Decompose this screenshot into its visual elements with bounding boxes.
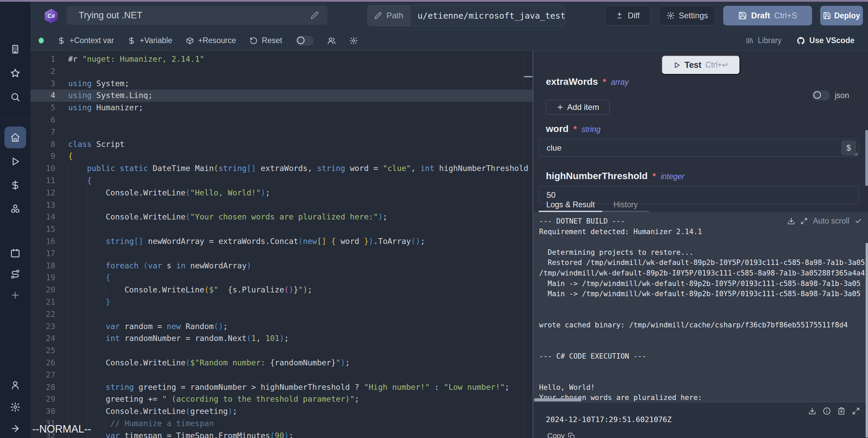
code-line[interactable]: 23 var random = new Random(); — [31, 321, 533, 333]
use-vscode-button[interactable]: Use VScode — [796, 36, 854, 45]
diff-mode-toggle[interactable] — [296, 36, 314, 46]
code-line[interactable]: 3using System; — [31, 78, 533, 90]
reset-button[interactable]: Reset — [250, 36, 282, 45]
expand-arrow-right-icon[interactable] — [10, 423, 20, 434]
gear-icon — [667, 12, 675, 20]
add-resource-button[interactable]: +Resource — [186, 36, 236, 45]
line-number: 6 — [31, 114, 55, 126]
json-toggle-track[interactable] — [812, 90, 830, 100]
download-icon[interactable] — [787, 217, 795, 225]
download-icon[interactable] — [808, 407, 816, 415]
code-line[interactable]: 5using Humanizer; — [31, 102, 533, 114]
search-icon[interactable] — [10, 92, 20, 102]
word-input[interactable]: clue $ — [539, 139, 859, 157]
logs-output[interactable]: --- DOTNET BUILD ---Requirement detected… — [533, 212, 868, 402]
code-token: ( — [298, 237, 303, 246]
favorites-star-icon[interactable] — [10, 68, 20, 78]
textarea-resize-notch[interactable] — [854, 152, 857, 155]
plus-icon — [556, 103, 564, 111]
tab-history[interactable]: History — [602, 200, 649, 211]
line-number: 10 — [31, 163, 55, 175]
edit-pencil-icon[interactable] — [311, 11, 319, 19]
line-number: 29 — [31, 393, 55, 405]
library-button[interactable]: Library — [746, 36, 782, 45]
info-icon[interactable] — [823, 407, 831, 415]
code-line[interactable]: 2 — [31, 65, 533, 78]
code-line[interactable]: 30 Console.WriteLine(greeting); — [31, 405, 533, 418]
path-chip[interactable]: Path u/etienne/microsoft_java_test — [367, 5, 565, 26]
workspace-building-icon[interactable] — [10, 44, 20, 54]
code-line[interactable]: 16 string[] newWordArray = extraWords.Co… — [31, 235, 533, 248]
code-line[interactable]: 18 foreach (var s in newWordArray) — [31, 260, 533, 272]
json-toggle[interactable]: json — [812, 90, 849, 100]
code-line[interactable]: 27 — [31, 369, 533, 381]
code-line[interactable]: 15 — [31, 223, 533, 235]
code-token: ( — [185, 212, 190, 221]
code-line[interactable]: 8class Script — [31, 138, 533, 151]
code-line[interactable]: 22 — [31, 308, 533, 321]
code-token — [139, 261, 143, 270]
editor-settings-gear-icon[interactable] — [350, 37, 358, 45]
code-editor[interactable]: 1#r "nuget: Humanizer, 2.14.1"23using Sy… — [31, 51, 533, 438]
expand-icon[interactable] — [801, 217, 808, 225]
multiplayer-users-icon[interactable] — [327, 36, 336, 45]
sidebar-item-home[interactable] — [4, 127, 26, 148]
draft-shortcut: Ctrl+S — [774, 11, 797, 20]
code-line[interactable]: 6 — [31, 114, 533, 126]
code-line[interactable]: 11 { — [31, 175, 533, 187]
runs-play-icon[interactable] — [10, 156, 20, 167]
code-token: ) — [340, 358, 345, 367]
code-line[interactable]: 7 — [31, 126, 533, 138]
schedules-calendar-icon[interactable] — [10, 248, 20, 258]
code-line[interactable]: 24 int randomNumber = random.Next(1, 101… — [31, 332, 533, 345]
code-line[interactable]: 1#r "nuget: Humanizer, 2.14.1" — [31, 53, 533, 65]
form-scrollbar-thumb[interactable] — [865, 130, 868, 186]
panel-resize-handle[interactable] — [524, 76, 533, 77]
check-icon[interactable] — [855, 217, 862, 225]
expand-icon[interactable] — [852, 407, 860, 415]
code-line[interactable]: 4using System.Linq; — [31, 90, 533, 102]
code-line[interactable]: 9{ — [31, 150, 533, 163]
add-item-button[interactable]: Add item — [546, 100, 610, 115]
deploy-button[interactable]: Deploy — [820, 6, 863, 25]
code-token: Console.WriteLine — [68, 358, 185, 367]
add-plus-icon[interactable] — [10, 290, 20, 300]
copy-icon — [568, 433, 575, 438]
routes-flow-icon[interactable] — [10, 269, 20, 279]
code-line[interactable]: 26 Console.WriteLine($"Random number: {r… — [31, 357, 533, 369]
code-line[interactable]: 17 — [31, 248, 533, 260]
user-account-icon[interactable] — [10, 380, 20, 390]
add-variable-button[interactable]: +Variable — [127, 36, 172, 45]
code-line[interactable]: 21 } — [31, 296, 533, 308]
settings-gear-icon[interactable] — [10, 402, 20, 412]
copy-result-button[interactable]: Copy — [547, 432, 575, 438]
code-line[interactable]: 32 var timespan = TimeSpan.FromMinutes(9… — [31, 430, 533, 438]
code-line[interactable]: 25 — [31, 345, 533, 357]
tab-logs-result[interactable]: Logs & Result — [539, 200, 602, 211]
logs-scrollbar-thumb[interactable] — [866, 243, 868, 438]
script-title-input[interactable]: Trying out .NET — [66, 6, 328, 25]
code-line[interactable]: 13 — [31, 199, 533, 211]
add-context-var-button[interactable]: +Context var — [57, 36, 114, 45]
draft-button[interactable]: Draft Ctrl+S — [723, 6, 812, 25]
code-token: using — [68, 79, 92, 88]
code-line[interactable]: 10 public static DateTime Main(string[] … — [31, 163, 533, 175]
logs-horizontal-scrollbar[interactable] — [534, 398, 581, 401]
variables-dollar-icon[interactable] — [10, 180, 20, 190]
code-line[interactable]: 28 string greeting = randomNumber > high… — [31, 381, 533, 394]
code-line[interactable]: 12 Console.WriteLine("Hello, World!"); — [31, 187, 533, 199]
log-line — [539, 309, 868, 320]
test-button[interactable]: Test Ctrl+↵ — [662, 55, 740, 75]
code-line[interactable]: 20 Console.WriteLine($" {s.Pluralize()}"… — [31, 284, 533, 296]
code-line[interactable]: 19 { — [31, 272, 533, 284]
code-line[interactable]: 14 Console.WriteLine("Your chosen words … — [31, 211, 533, 223]
code-token: DateTime Main — [148, 164, 214, 173]
resources-boxes-icon[interactable] — [10, 204, 20, 214]
settings-button[interactable]: Settings — [659, 6, 715, 25]
save-icon — [823, 12, 831, 20]
clipboard-icon[interactable] — [837, 407, 845, 415]
code-line[interactable]: 31 // Humanize a timespan — [31, 418, 533, 430]
insert-variable-dollar-button[interactable]: $ — [842, 141, 856, 155]
code-line[interactable]: 29 greeting += " (according to the thres… — [31, 393, 533, 405]
diff-button[interactable]: Diff — [605, 6, 650, 25]
